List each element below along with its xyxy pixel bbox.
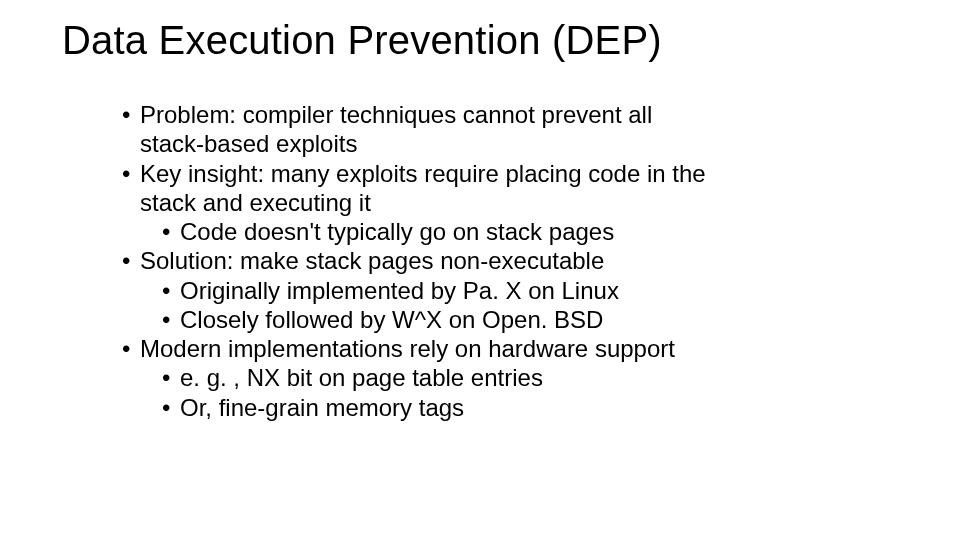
bullet-solution-sub1: Originally implemented by Pa. X on Linux (122, 276, 882, 305)
bullet-modern: Modern implementations rely on hardware … (122, 334, 882, 363)
bullet-key-insight-sub1: Code doesn't typically go on stack pages (122, 217, 882, 246)
bullet-problem: Problem: compiler techniques cannot prev… (122, 100, 882, 129)
slide-body: Problem: compiler techniques cannot prev… (122, 100, 882, 422)
slide-title: Data Execution Prevention (DEP) (62, 18, 662, 63)
slide: Data Execution Prevention (DEP) Problem:… (0, 0, 960, 540)
bullet-solution: Solution: make stack pages non-executabl… (122, 246, 882, 275)
bullet-key-insight-cont: stack and executing it (122, 188, 882, 217)
bullet-modern-sub2: Or, fine-grain memory tags (122, 393, 882, 422)
bullet-problem-cont: stack-based exploits (122, 129, 882, 158)
bullet-modern-sub1: e. g. , NX bit on page table entries (122, 363, 882, 392)
bullet-key-insight: Key insight: many exploits require placi… (122, 159, 882, 188)
bullet-solution-sub2: Closely followed by W^X on Open. BSD (122, 305, 882, 334)
